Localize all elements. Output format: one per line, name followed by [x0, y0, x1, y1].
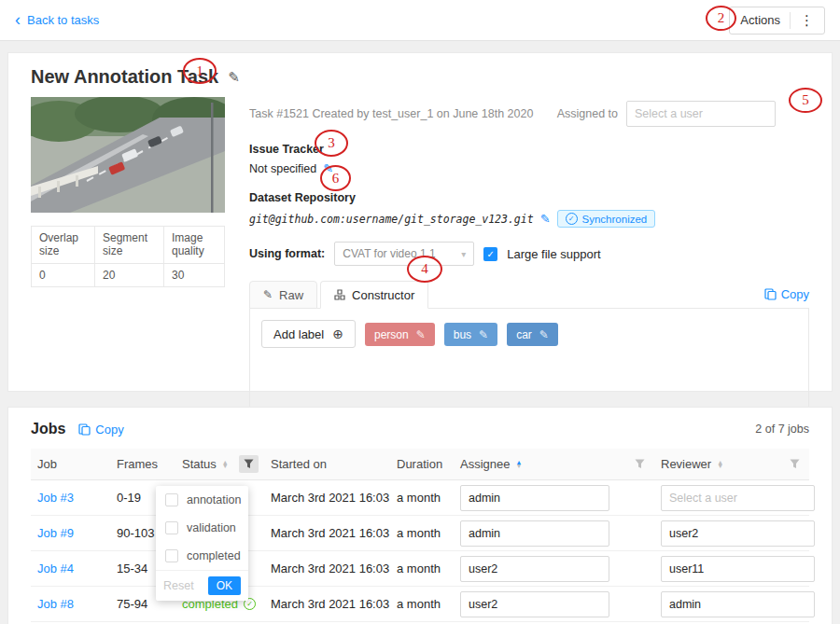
dataset-repository-label: Dataset Repository [249, 191, 809, 204]
reviewer-input[interactable] [661, 485, 815, 511]
assignee-input[interactable] [460, 591, 609, 617]
param-value-segment: 20 [94, 264, 163, 287]
status-filter-dropdown: annotation validation completed Reset OK [156, 486, 248, 601]
job-link[interactable]: Job #8 [37, 597, 74, 611]
filter-option-validation[interactable]: validation [156, 514, 248, 542]
labels-tabs: ✎ Raw Constructor Copy [249, 281, 809, 309]
jobs-count: 2 of 7 jobs [755, 423, 809, 436]
traffic-scene-illustration [31, 97, 225, 213]
edit-label-icon[interactable]: ✎ [479, 328, 488, 341]
task-parameters-table: Overlap size Segment size Image quality … [31, 226, 225, 287]
duration-cell: a month [390, 526, 454, 540]
label-name: bus [454, 328, 471, 341]
page-title: New Annotation Task [31, 66, 218, 88]
assignee-sorter-icon[interactable]: ▲▼ [515, 461, 522, 468]
filter-reset-button[interactable]: Reset [163, 579, 194, 592]
reviewer-filter-icon[interactable] [790, 459, 800, 469]
assignee-filter-icon[interactable] [635, 459, 645, 469]
started-cell: March 3rd 2021 16:03 [264, 526, 390, 540]
copy-icon [764, 288, 777, 300]
repository-url[interactable]: git@github.com:username/git_storage_v123… [249, 213, 534, 226]
filter-option-completed[interactable]: completed [156, 542, 248, 570]
param-header-quality: Image quality [163, 227, 224, 264]
filter-ok-button[interactable]: OK [208, 576, 241, 595]
col-status[interactable]: Status ▲▼ [175, 455, 264, 473]
label-tag-person[interactable]: person ✎ [365, 323, 435, 346]
param-value-quality: 30 [163, 264, 224, 287]
started-cell: March 3rd 2021 16:03 [264, 597, 390, 611]
edit-issue-tracker-icon[interactable]: ✎ [323, 161, 333, 175]
checkbox-annotation[interactable] [165, 493, 178, 506]
table-row: Job #8 75-94 completed ✓ March 3rd 2021 … [31, 587, 809, 622]
edit-label-icon[interactable]: ✎ [416, 328, 426, 341]
checkbox-completed[interactable] [165, 549, 178, 562]
reviewer-sorter-icon[interactable]: ▲▼ [717, 461, 723, 468]
large-file-support-label: Large file support [507, 247, 600, 261]
reviewer-input[interactable] [661, 520, 815, 547]
task-card: New Annotation Task ✎ [7, 52, 833, 392]
large-file-support-checkbox[interactable]: ✓ [483, 247, 497, 261]
jobs-card: Jobs Copy 2 of 7 jobs Job Frames Status … [7, 407, 833, 624]
job-link[interactable]: Job #3 [37, 491, 74, 505]
jobs-table-header: Job Frames Status ▲▼ Started on Duration… [31, 449, 809, 480]
jobs-title: Jobs [31, 421, 65, 437]
task-details-page: ‹ Back to tasks Actions ⋮ New Annotation… [0, 0, 840, 624]
sync-status-badge[interactable]: ✓ Synchronized [557, 210, 656, 228]
job-link[interactable]: Job #4 [37, 562, 74, 575]
tab-constructor[interactable]: Constructor [320, 281, 428, 309]
reviewer-input[interactable] [661, 556, 815, 582]
edit-title-icon[interactable]: ✎ [228, 69, 240, 86]
raw-tab-label: Raw [279, 288, 303, 302]
task-assignee-input[interactable] [626, 101, 776, 127]
actions-button[interactable]: Actions ⋮ [729, 7, 825, 35]
copy-labels-button[interactable]: Copy [764, 287, 809, 308]
back-to-tasks-label: Back to tasks [27, 13, 99, 27]
table-row: Job #3 0-19 March 3rd 2021 16:03 a month [31, 480, 809, 516]
label-tag-bus[interactable]: bus ✎ [444, 323, 497, 346]
duration-cell: a month [390, 491, 454, 505]
started-cell: March 3rd 2021 16:03 [264, 491, 390, 505]
labels-constructor-panel: Add label ⊕ person ✎ bus ✎ car ✎ [249, 309, 809, 413]
status-filter-icon[interactable] [239, 455, 259, 473]
table-row: Job #9 90-103 March 3rd 2021 16:03 a mon… [31, 516, 809, 551]
checkbox-validation[interactable] [165, 521, 178, 534]
assignee-input[interactable] [460, 485, 609, 511]
edit-label-icon[interactable]: ✎ [539, 328, 549, 341]
plus-circle-icon: ⊕ [332, 326, 343, 341]
col-frames: Frames [110, 457, 175, 471]
back-to-tasks-link[interactable]: ‹ Back to tasks [15, 13, 99, 28]
assignee-input[interactable] [460, 520, 609, 547]
tab-raw[interactable]: ✎ Raw [249, 281, 317, 309]
table-row: Job #4 15-34 March 3rd 2021 16:03 a mont… [31, 551, 809, 587]
chevron-down-icon: ▾ [461, 249, 466, 259]
status-sorter-icon[interactable]: ▲▼ [222, 461, 229, 468]
duration-cell: a month [390, 597, 454, 611]
issue-tracker-label: Issue Tracker [249, 143, 809, 156]
back-chevron-icon: ‹ [15, 11, 21, 28]
copy-icon [78, 423, 91, 436]
copy-jobs-button[interactable]: Copy [78, 423, 123, 437]
edit-repository-icon[interactable]: ✎ [540, 212, 551, 226]
label-tag-car[interactable]: car ✎ [507, 323, 558, 346]
reviewer-input[interactable] [661, 591, 815, 617]
assignee-input[interactable] [460, 556, 609, 582]
filter-option-annotation[interactable]: annotation [156, 486, 248, 514]
task-preview-image [31, 97, 225, 213]
col-assignee[interactable]: Assignee ▲▼ [454, 457, 654, 471]
constructor-tab-label: Constructor [352, 288, 414, 302]
col-started: Started on [264, 457, 390, 471]
label-name: car [516, 328, 532, 341]
actions-label: Actions [740, 13, 780, 27]
param-header-overlap: Overlap size [32, 227, 95, 264]
col-duration: Duration [390, 457, 454, 471]
job-link[interactable]: Job #9 [37, 526, 74, 540]
raw-tab-icon: ✎ [263, 288, 273, 301]
col-reviewer[interactable]: Reviewer ▲▼ [654, 457, 809, 471]
task-meta: Task #1521 Created by test_user_1 on Jun… [249, 101, 533, 120]
assigned-to-label: Assigned to [557, 107, 618, 120]
using-format-label: Using format: [249, 247, 325, 260]
top-bar: ‹ Back to tasks Actions ⋮ [0, 0, 840, 41]
add-label-button[interactable]: Add label ⊕ [261, 320, 356, 348]
jobs-table: Job Frames Status ▲▼ Started on Duration… [31, 449, 809, 622]
export-format-select[interactable]: CVAT for video 1.1 ▾ [334, 242, 474, 266]
